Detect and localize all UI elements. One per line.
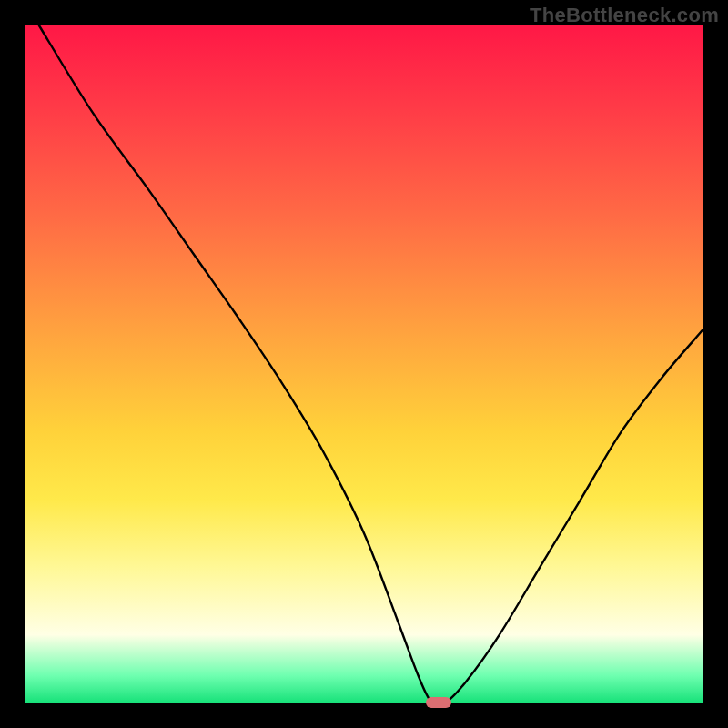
chart-plot-area [25, 25, 703, 703]
watermark-text: TheBottleneck.com [530, 4, 719, 27]
optimal-marker [426, 697, 451, 708]
chart-frame: TheBottleneck.com [0, 0, 728, 728]
bottleneck-curve [25, 25, 703, 703]
